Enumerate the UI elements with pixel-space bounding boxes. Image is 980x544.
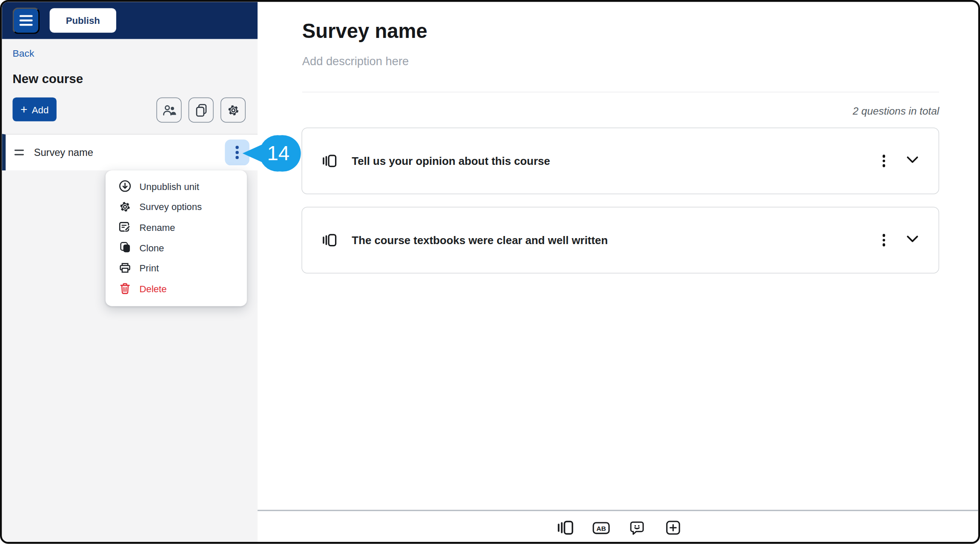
menu-item-unpublish-unit[interactable]: Unpublish unit	[106, 176, 247, 196]
flashcard-icon	[557, 521, 573, 537]
question-card-1[interactable]: Tell us your opinion about this course	[301, 128, 939, 194]
chevron-down-icon	[906, 156, 918, 166]
add-question-button[interactable]	[664, 520, 682, 537]
unit-context-menu: Unpublish unit Survey options	[106, 170, 247, 306]
sidebar-toolbar	[156, 98, 246, 123]
add-unit-button[interactable]: + Add	[13, 98, 57, 121]
drag-handle-icon[interactable]	[14, 150, 24, 155]
add-square-icon	[665, 521, 680, 537]
flashcard-icon	[322, 155, 337, 167]
sidebar-item-survey[interactable]: Survey name	[2, 134, 258, 170]
duplicate-course-button[interactable]	[189, 98, 214, 123]
question-kebab-menu-button[interactable]	[880, 152, 888, 170]
questions-count: 2 questions in total	[853, 105, 939, 117]
question-expand-button[interactable]	[905, 155, 920, 167]
kebab-icon	[883, 155, 885, 157]
printer-icon	[119, 262, 132, 275]
ab-choice-question-button[interactable]: AB	[593, 520, 610, 537]
course-settings-button[interactable]	[221, 98, 246, 123]
flashcard-icon	[322, 234, 337, 247]
question-title: The course textbooks were clear and well…	[352, 233, 607, 247]
rename-edit-icon	[119, 221, 132, 234]
hamburger-icon	[20, 15, 33, 17]
kebab-icon	[883, 234, 885, 236]
gear-icon	[226, 104, 240, 117]
survey-description-placeholder[interactable]: Add description here	[302, 55, 409, 68]
publish-button[interactable]: Publish	[50, 8, 116, 33]
question-card-2[interactable]: The course textbooks were clear and well…	[301, 207, 939, 273]
clone-icon	[119, 242, 132, 254]
sidebar-topbar: Publish	[2, 2, 258, 39]
course-users-button[interactable]	[156, 98, 181, 123]
plus-icon: +	[20, 103, 27, 115]
app-window: Publish Back New course + Add	[0, 0, 980, 544]
unpublish-circle-arrow-icon	[119, 180, 132, 193]
trash-icon	[119, 282, 132, 295]
question-expand-button[interactable]	[905, 234, 920, 246]
menu-item-delete[interactable]: Delete	[106, 279, 247, 299]
course-sidebar: Publish Back New course + Add	[2, 2, 258, 542]
copy-icon	[195, 103, 208, 117]
chevron-down-icon	[906, 236, 918, 245]
svg-text:AB: AB	[596, 524, 606, 532]
course-title: New course	[13, 72, 83, 86]
add-question-toolbar: AB	[556, 520, 682, 537]
menu-item-survey-options[interactable]: Survey options	[106, 196, 247, 217]
hamburger-menu-button[interactable]	[13, 7, 40, 34]
feedback-question-button[interactable]	[628, 520, 646, 537]
flashcard-question-button[interactable]	[556, 520, 574, 537]
menu-item-rename[interactable]: Rename	[106, 217, 247, 237]
window-frame: Publish Back New course + Add	[0, 0, 980, 544]
survey-title[interactable]: Survey name	[302, 20, 427, 43]
question-title: Tell us your opinion about this course	[352, 154, 550, 167]
survey-editor-main: Survey name Add description here 2 quest…	[258, 2, 980, 542]
divider	[302, 92, 939, 92]
people-icon	[162, 104, 176, 116]
menu-item-clone[interactable]: Clone	[106, 237, 247, 258]
unit-name-label: Survey name	[34, 147, 93, 158]
gear-icon	[119, 201, 132, 213]
back-link[interactable]: Back	[13, 48, 34, 59]
ab-choice-icon: AB	[593, 521, 610, 536]
divider	[258, 510, 980, 511]
unit-kebab-menu-button[interactable]	[225, 140, 249, 166]
menu-item-print[interactable]: Print	[106, 258, 247, 279]
kebab-icon	[236, 146, 239, 149]
feedback-bubble-icon	[630, 520, 645, 537]
question-kebab-menu-button[interactable]	[880, 231, 888, 249]
